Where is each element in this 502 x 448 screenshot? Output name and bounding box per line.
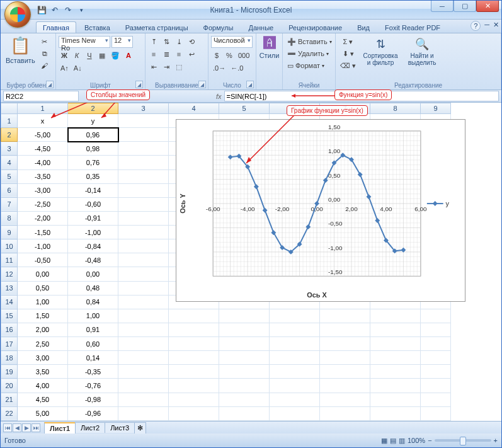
sheet-nav-first[interactable]: ⏮: [3, 423, 12, 432]
sheet-nav-last[interactable]: ⏭: [31, 423, 40, 432]
row-header[interactable]: 17: [1, 337, 18, 351]
cell[interactable]: -0,84: [68, 239, 118, 253]
cell[interactable]: -0,96: [68, 406, 118, 420]
copy-icon[interactable]: ⧉: [39, 48, 50, 59]
align-top-icon[interactable]: ⤒: [148, 36, 159, 47]
cell[interactable]: 1,00: [68, 309, 118, 323]
row-header[interactable]: 20: [1, 379, 18, 393]
clipboard-dialog-launcher[interactable]: ◢: [46, 81, 54, 88]
close-button[interactable]: ✕: [476, 1, 499, 12]
styles-button[interactable]: 🅰 Стили: [259, 35, 280, 60]
cell[interactable]: -1,50: [18, 226, 68, 239]
decrease-indent-icon[interactable]: ⇤: [148, 61, 159, 72]
cell[interactable]: -1,00: [68, 226, 118, 239]
fill-color-button[interactable]: 🪣: [109, 50, 122, 61]
cell[interactable]: -0,60: [68, 197, 118, 211]
increase-decimal-icon[interactable]: .0→: [211, 62, 227, 74]
cell[interactable]: -0,76: [68, 379, 118, 393]
ribbon-close-icon[interactable]: ✕: [493, 21, 499, 31]
autosum-icon[interactable]: Σ ▾: [338, 36, 358, 47]
align-middle-icon[interactable]: ⇅: [161, 36, 172, 47]
cell[interactable]: 0,98: [68, 142, 118, 156]
view-pagelayout-icon[interactable]: ▤: [390, 437, 396, 445]
tab-page-layout[interactable]: Разметка страницы: [118, 21, 195, 33]
cell[interactable]: 4,00: [18, 379, 68, 393]
zoom-slider[interactable]: [435, 439, 491, 442]
cells-format-button[interactable]: ▭Формат▾: [285, 60, 333, 71]
cell[interactable]: -5,00: [18, 128, 68, 142]
cells-delete-button[interactable]: ➖Удалить▾: [285, 48, 333, 59]
sheet-nav-prev[interactable]: ◀: [13, 423, 21, 432]
cell[interactable]: -0,91: [68, 211, 118, 225]
cell[interactable]: [118, 323, 169, 336]
cell[interactable]: 3,50: [18, 365, 68, 379]
cell[interactable]: [118, 211, 169, 225]
col-header-4[interactable]: 4: [169, 103, 219, 114]
cell[interactable]: 0,91: [68, 323, 118, 336]
cell[interactable]: [118, 393, 169, 406]
cell[interactable]: [118, 169, 169, 183]
cell[interactable]: 0,00: [68, 267, 118, 281]
align-right-icon[interactable]: ≡: [173, 49, 185, 60]
select-all-corner[interactable]: [1, 103, 18, 114]
cell[interactable]: -4,00: [18, 156, 68, 169]
cell[interactable]: -3,00: [18, 183, 68, 197]
minimize-button[interactable]: ─: [431, 1, 454, 12]
cell[interactable]: -0,50: [18, 253, 68, 267]
sheet-tab-new[interactable]: ✻: [134, 422, 146, 434]
view-normal-icon[interactable]: ▦: [381, 437, 387, 445]
redo-icon[interactable]: ↷: [62, 4, 74, 16]
cell[interactable]: 0,76: [68, 156, 118, 169]
cell[interactable]: [118, 281, 169, 295]
format-painter-icon[interactable]: 🖌: [39, 60, 50, 71]
row-header[interactable]: 18: [1, 351, 18, 365]
worksheet-area[interactable]: 1 2 3 4 5 6 7 8 9 1 x y 2 -5,00 0,96 3 -…: [1, 103, 501, 421]
cell[interactable]: [118, 156, 169, 169]
maximize-button[interactable]: ▢: [454, 1, 476, 12]
cell[interactable]: [118, 197, 169, 211]
fill-icon[interactable]: ⬇ ▾: [338, 48, 358, 59]
number-format-combo[interactable]: Числовой: [211, 36, 253, 48]
cell[interactable]: [118, 183, 169, 197]
font-color-button[interactable]: A: [123, 50, 134, 61]
row-header[interactable]: 16: [1, 323, 18, 336]
zoom-level[interactable]: 100%: [408, 437, 425, 444]
cell[interactable]: 2,50: [18, 337, 68, 351]
row-header[interactable]: 5: [1, 169, 18, 183]
row-header[interactable]: 11: [1, 253, 18, 267]
align-left-icon[interactable]: ≡: [148, 49, 159, 60]
help-button[interactable]: ?: [471, 21, 481, 31]
undo-icon[interactable]: ↶: [49, 4, 60, 16]
number-dialog-launcher[interactable]: ◢: [246, 81, 254, 88]
sort-filter-button[interactable]: ⇅ Сортировка и фильтр: [360, 36, 401, 71]
row-header[interactable]: 1: [1, 114, 18, 128]
row-header[interactable]: 14: [1, 295, 18, 309]
tab-data[interactable]: Данные: [241, 21, 280, 33]
row-header[interactable]: 13: [1, 281, 18, 295]
fx-icon[interactable]: fx: [216, 93, 222, 100]
tab-insert[interactable]: Вставка: [77, 21, 117, 33]
wrap-text-icon[interactable]: ↩: [186, 49, 197, 60]
cell[interactable]: [118, 351, 169, 365]
row-header[interactable]: 12: [1, 267, 18, 281]
cut-icon[interactable]: ✂: [39, 36, 50, 47]
shrink-font-icon[interactable]: A↓: [72, 62, 84, 74]
cell[interactable]: -0,35: [68, 365, 118, 379]
row-header[interactable]: 4: [1, 156, 18, 169]
cell[interactable]: -3,50: [18, 169, 68, 183]
percent-icon[interactable]: %: [224, 50, 235, 61]
row-header[interactable]: 2: [1, 128, 18, 142]
cell[interactable]: -4,50: [18, 142, 68, 156]
merge-cells-icon[interactable]: ⬚: [173, 61, 185, 72]
cell[interactable]: 3,00: [18, 351, 68, 365]
cell[interactable]: -2,00: [18, 211, 68, 225]
cell[interactable]: [118, 267, 169, 281]
currency-icon[interactable]: $: [211, 50, 222, 61]
row-header[interactable]: 6: [1, 183, 18, 197]
cell[interactable]: [118, 365, 169, 379]
cell[interactable]: 0,35: [68, 169, 118, 183]
qat-customize-icon[interactable]: ▾: [76, 4, 87, 16]
row-header[interactable]: 7: [1, 197, 18, 211]
cell[interactable]: 2,00: [18, 323, 68, 336]
cell[interactable]: 5,00: [18, 406, 68, 420]
